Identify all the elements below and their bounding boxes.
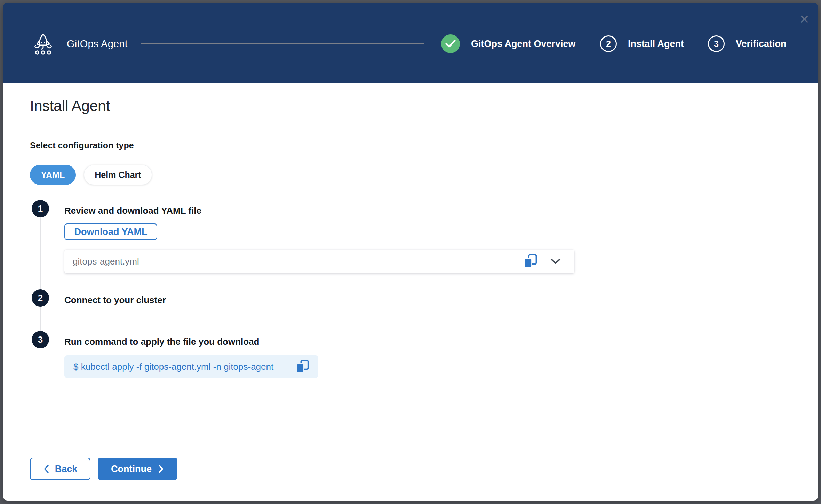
step-complete-circle [441,34,460,53]
page-title: Install Agent [30,97,110,114]
kubectl-command-box: $ kubectl apply -f gitops-agent.yml -n g… [64,355,318,378]
step-1-badge: 1 [32,200,49,217]
step-number-circle: 2 [600,35,617,52]
step-connector-line [40,209,41,340]
yaml-file-accordion[interactable]: gitops-agent.yml [64,250,574,273]
step-2-badge: 2 [32,289,49,307]
kubectl-command-text: $ kubectl apply -f gitops-agent.yml -n g… [73,361,296,372]
step-1-title: Review and download YAML file [64,205,201,216]
step-number-circle: 3 [708,35,725,52]
copy-command-icon[interactable] [296,359,309,374]
check-icon [445,40,456,48]
gitops-agent-wizard-modal: GitOps Agent GitOps Agent Overview 2 Ins… [3,3,818,501]
chevron-down-icon[interactable] [550,258,561,265]
config-type-label: Select configuration type [30,140,134,151]
chevron-right-icon [158,464,164,473]
stepper-item-verification[interactable]: 3 Verification [708,35,787,52]
stepper-item-install-agent[interactable]: 2 Install Agent [600,35,684,52]
header-divider [141,43,424,44]
stepper-item-overview[interactable]: GitOps Agent Overview [441,34,576,53]
stepper-label-install-agent: Install Agent [628,39,684,49]
copy-yaml-icon[interactable] [524,254,537,269]
continue-button-label: Continue [111,464,152,474]
continue-button[interactable]: Continue [98,458,177,480]
back-button-label: Back [55,464,78,474]
close-icon[interactable]: ✕ [795,10,813,29]
download-yaml-button[interactable]: Download YAML [64,223,157,240]
wizard-title: GitOps Agent [67,38,128,50]
stepper-label-overview: GitOps Agent Overview [471,39,576,49]
step-3-title: Run command to apply the file you downlo… [64,336,259,347]
config-option-yaml[interactable]: YAML [30,165,76,185]
back-button[interactable]: Back [30,458,90,480]
step-2-title: Connect to your cluster [64,295,166,306]
gitops-agent-squid-logo-icon [32,33,54,55]
chevron-left-icon [43,464,49,473]
config-option-helm-chart[interactable]: Helm Chart [84,165,152,185]
step-3-badge: 3 [32,331,49,348]
yaml-filename: gitops-agent.yml [73,256,524,267]
stepper-label-verification: Verification [736,39,787,49]
wizard-header: GitOps Agent GitOps Agent Overview 2 Ins… [3,3,818,83]
